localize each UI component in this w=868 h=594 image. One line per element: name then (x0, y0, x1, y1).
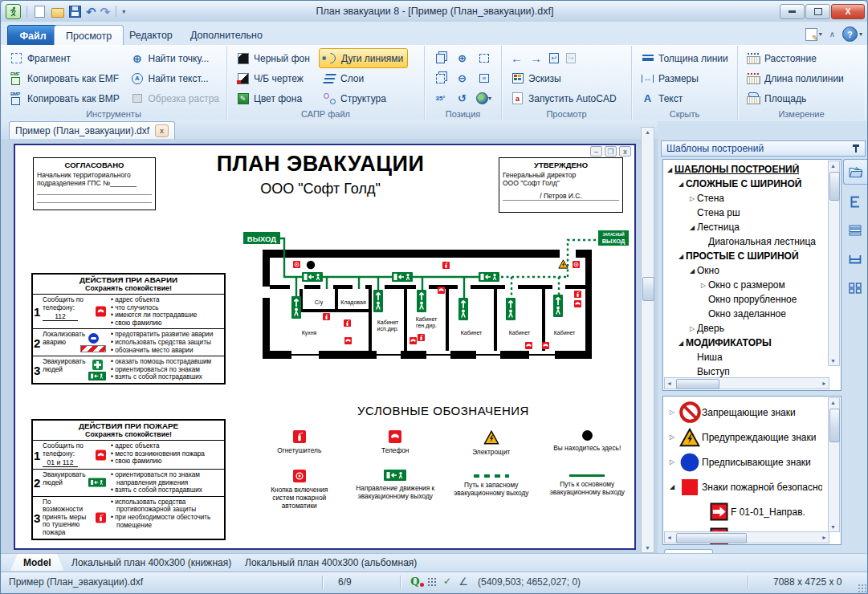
scrollbar-thumb[interactable] (829, 172, 840, 201)
thumbnails-button[interactable]: Эскизы (507, 68, 621, 88)
layout-tab-portrait[interactable]: Локальный план 400x300 (книжная) (59, 554, 244, 571)
bw-drawing-button[interactable]: Ч/Б чертеж (232, 68, 317, 88)
scroll-left-icon[interactable]: ◄ (666, 380, 672, 386)
copy-view-button[interactable] (431, 70, 450, 87)
zoom-tool-icon[interactable]: Q (409, 575, 422, 588)
find-point-button[interactable]: ⊕Найти точку... (126, 48, 223, 68)
restore-button[interactable] (805, 4, 830, 19)
tree-item[interactable]: ◢ПРОСТЫЕ С ШИРИНОЙ (665, 249, 839, 263)
mdi-restore-icon[interactable]: ❐ (605, 146, 617, 157)
tree-item[interactable]: ▷Предупреждающие знаки (666, 425, 839, 450)
view-redo-icon[interactable]: ↪ (566, 53, 576, 63)
resize-grip[interactable] (857, 583, 868, 594)
rotate-view-button[interactable]: 35° (431, 90, 450, 108)
zoom-in-button[interactable]: ⊕ (453, 50, 472, 67)
mdi-close-icon[interactable]: x (619, 146, 631, 157)
pin-icon[interactable] (852, 144, 860, 153)
tree-item[interactable]: ▷Запрещающие знаки (666, 400, 839, 425)
sidetab-tray[interactable] (843, 247, 866, 271)
scroll-up-icon[interactable]: ▲ (830, 400, 836, 405)
tree-item[interactable]: ▷Предписывающие знаки (666, 450, 839, 474)
scroll-down-icon[interactable]: ▼ (830, 358, 836, 364)
black-background-button[interactable]: Черный фон (232, 48, 317, 68)
scroll-down-icon[interactable]: ▼ (643, 545, 652, 551)
layout-tab-model[interactable]: Model (10, 554, 64, 571)
tree-item[interactable]: ▷Стена (665, 191, 839, 205)
scrollbar-thumb[interactable] (676, 379, 719, 389)
scroll-up-icon[interactable]: ▲ (643, 129, 652, 135)
tree-item[interactable]: F 01-01_Направ. (666, 499, 839, 524)
scroll-right-icon[interactable]: ► (821, 380, 827, 386)
previous-view-button[interactable]: ↺ (453, 90, 472, 108)
sidetab-hatches[interactable] (843, 218, 866, 242)
tree-item[interactable]: ▷Окно с размером (665, 278, 839, 292)
canvas-vertical-scrollbar[interactable]: ▲ ▼ (641, 127, 654, 553)
structure-button[interactable]: Структура (319, 88, 408, 108)
tab-editor[interactable]: Редактор (118, 25, 184, 45)
scrollbar-thumb[interactable] (642, 277, 654, 301)
layers-button[interactable]: Слои (319, 68, 408, 88)
scroll-left-icon[interactable]: ◄ (666, 535, 672, 540)
snap-grid-icon[interactable] (425, 575, 438, 588)
signs-tree[interactable]: ▷Запрещающие знаки ▷Предупреждающие знак… (662, 396, 842, 545)
sidetab-blocks[interactable] (843, 276, 866, 300)
close-button[interactable]: X (831, 4, 865, 19)
help-button[interactable]: ?▾ (842, 26, 862, 42)
tree-item[interactable]: ◢МОДИФИКАТОРЫ (665, 336, 839, 350)
tab-view[interactable]: Просмотр (54, 25, 124, 47)
tree-item[interactable]: Окно заделанное (665, 307, 839, 321)
scroll-down-icon[interactable]: ▼ (830, 524, 836, 530)
document-close-icon[interactable]: x (155, 124, 169, 137)
dimensions-button[interactable]: ↔Размеры (637, 68, 732, 88)
minimize-button[interactable] (780, 4, 805, 19)
mdi-minimize-icon[interactable]: – (590, 146, 602, 157)
zoom-out-button[interactable]: ⊖ (453, 70, 472, 87)
text-button[interactable]: AТекст (637, 88, 732, 108)
tree-vertical-scrollbar[interactable]: ▲ ▼ (828, 161, 840, 366)
tree-item[interactable]: ◢ШАБЛОНЫ ПОСТРОЕНИЙ (665, 162, 839, 177)
tab-file[interactable]: Файл (7, 25, 59, 46)
forward-icon[interactable]: → (530, 51, 542, 65)
tree-item[interactable]: Окно прорубленное (665, 292, 839, 307)
distance-button[interactable]: Расстояние (743, 48, 848, 68)
tree-item[interactable]: ◢Лестница (665, 220, 839, 234)
line-width-button[interactable]: Толщина линии (637, 48, 732, 68)
tree-item[interactable]: ◢Знаки пожарной безопасности (666, 474, 839, 499)
templates-tree[interactable]: ◢ШАБЛОНЫ ПОСТРОЕНИЙ ◢СЛОЖНЫЕ С ШИРИНОЙ ▷… (662, 159, 842, 391)
arcs-as-lines-button[interactable]: Дуги линиями (319, 48, 408, 68)
save-button[interactable] (68, 5, 82, 18)
copy-as-bmp-button[interactable]: Копировать как BMP (6, 88, 124, 108)
open-file-button[interactable] (51, 5, 64, 18)
area-button[interactable]: Площадь (743, 88, 848, 108)
styles-menu-button[interactable]: ▾ (805, 28, 822, 41)
signs-vertical-scrollbar[interactable]: ▲ ▼ (828, 397, 840, 532)
back-icon[interactable]: ← (511, 51, 523, 65)
scroll-up-icon[interactable]: ▲ (830, 163, 836, 169)
sidetab-profiles[interactable] (843, 189, 866, 214)
document-tab[interactable]: Пример (План_эвакуации).dxf x (9, 121, 175, 139)
sidetab-templates[interactable] (843, 159, 867, 185)
launch-autocad-button[interactable]: aЗапустить AutoCAD (507, 88, 621, 108)
new-window-button[interactable] (431, 50, 450, 67)
tab-extra[interactable]: Дополнительно (179, 25, 274, 45)
tree-item[interactable]: ▷Дверь (665, 321, 839, 336)
find-text-button[interactable]: AНайти текст... (126, 68, 223, 88)
customize-quick-access-button[interactable]: ▾ (122, 8, 125, 15)
fragment-button[interactable]: Фрагмент (6, 48, 124, 68)
tree-item[interactable]: Стена рш (665, 205, 839, 220)
redo-button[interactable]: ↷ (100, 6, 111, 18)
view-undo-icon[interactable]: ↩ (549, 53, 559, 63)
crop-raster-button[interactable]: Обрезка растра (126, 88, 223, 108)
background-color-button[interactable]: ✎Цвет фона (232, 88, 317, 108)
tree-item[interactable]: ◢СЛОЖНЫЕ С ШИРИНОЙ (665, 177, 839, 191)
collapse-ribbon-button[interactable]: ∧ (829, 30, 835, 39)
tree-horizontal-scrollbar[interactable]: ◄ ► (664, 377, 829, 389)
zoom-window-button[interactable] (475, 50, 494, 67)
zoom-extents-button[interactable] (475, 70, 494, 87)
angle-tool-icon[interactable]: ∠ (457, 575, 470, 588)
undo-button[interactable]: ↶ (86, 6, 96, 18)
tree-item[interactable]: Диагональная лестница (665, 234, 839, 249)
tree-item[interactable]: ◢Окно (665, 263, 839, 278)
scrollbar-thumb[interactable] (676, 533, 747, 543)
scroll-right-icon[interactable]: ► (821, 535, 827, 540)
